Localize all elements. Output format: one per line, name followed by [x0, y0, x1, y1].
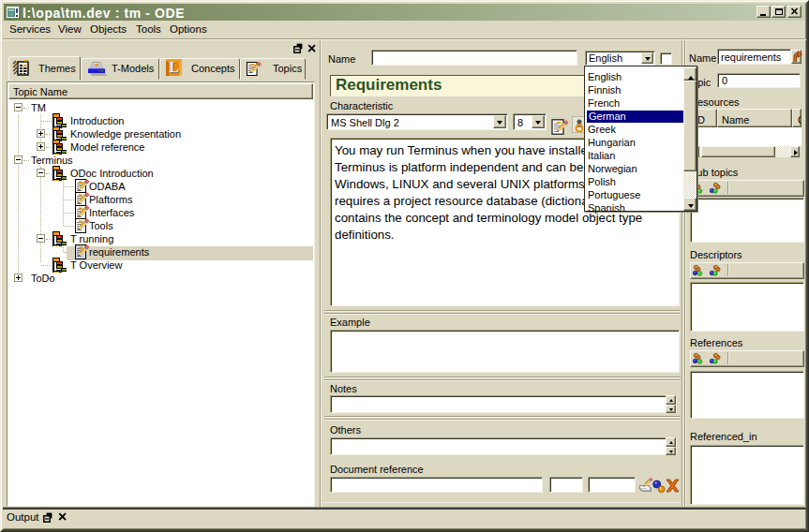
svg-text:L: L: [169, 59, 179, 75]
